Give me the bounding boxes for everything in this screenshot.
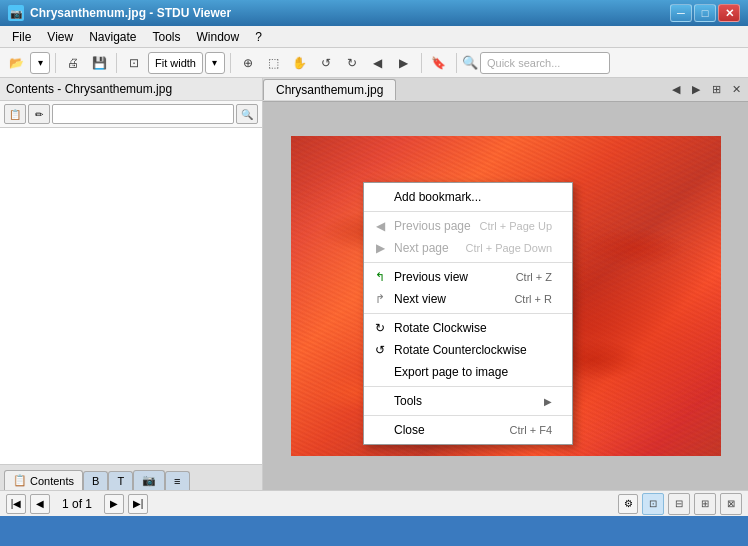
zoom-in-button[interactable]: ⊕ [236, 51, 260, 75]
rotate-cw-icon: ↻ [372, 320, 388, 336]
tab-extra[interactable]: ≡ [165, 471, 189, 490]
window-controls: ─ □ ✕ [670, 4, 740, 22]
doc-tab-controls: ◀ ▶ ⊞ ✕ [668, 82, 748, 98]
ctx-close[interactable]: Close Ctrl + F4 [364, 419, 572, 441]
main-toolbar: 📂 ▾ 🖨 💾 ⊡ Fit width ▾ ⊕ ⬚ ✋ ↺ ↻ ◀ ▶ 🔖 🔍 … [0, 48, 748, 78]
open-button[interactable]: 📂 [4, 51, 28, 75]
search-icon: 🔍 [462, 55, 478, 70]
document-content: Add bookmark... ◀ Previous page Ctrl + P… [263, 102, 748, 490]
menu-view[interactable]: View [39, 28, 81, 46]
rotate-ccw-icon: ↺ [372, 342, 388, 358]
main-area: Contents - Chrysanthemum.jpg 📋 ✏ 🔍 📋 Con… [0, 78, 748, 490]
tab-images[interactable]: 📷 [133, 470, 165, 490]
tab-thumbnails[interactable]: T [108, 471, 133, 490]
sidebar-search-btn[interactable]: 🔍 [236, 104, 258, 124]
tab-contents[interactable]: 📋 Contents [4, 470, 83, 490]
ctx-add-bookmark[interactable]: Add bookmark... [364, 186, 572, 208]
doc-tab-bar: Chrysanthemum.jpg ◀ ▶ ⊞ ✕ [263, 78, 748, 102]
prev-view-icon: ↰ [372, 269, 388, 285]
submenu-arrow: ▶ [544, 396, 552, 407]
menu-tools[interactable]: Tools [145, 28, 189, 46]
prev-tab-button[interactable]: ◀ [668, 82, 684, 98]
ctx-rotate-ccw[interactable]: ↺ Rotate Counterclockwise [364, 339, 572, 361]
next-view-icon: ↱ [372, 291, 388, 307]
prev-page-nav-button[interactable]: ◀ [30, 494, 50, 514]
sidebar: Contents - Chrysanthemum.jpg 📋 ✏ 🔍 📋 Con… [0, 78, 263, 490]
rotate-left-button[interactable]: ↺ [314, 51, 338, 75]
rotate-right-button[interactable]: ↻ [340, 51, 364, 75]
nav-next-button[interactable]: ▶ [392, 51, 416, 75]
save-button[interactable]: 💾 [87, 51, 111, 75]
context-menu: Add bookmark... ◀ Previous page Ctrl + P… [363, 182, 573, 445]
nav-view-facing[interactable]: ⊞ [694, 493, 716, 515]
sidebar-content [0, 128, 262, 464]
sidebar-search-input[interactable] [52, 104, 234, 124]
title-bar: 📷 Chrysanthemum.jpg - STDU Viewer ─ □ ✕ [0, 0, 748, 26]
sidebar-toolbar: 📋 ✏ 🔍 [0, 101, 262, 128]
ctx-sep-5 [364, 415, 572, 416]
menu-help[interactable]: ? [247, 28, 270, 46]
navigation-bar: |◀ ◀ 1 of 1 ▶ ▶| ⚙ ⊡ ⊟ ⊞ ⊠ [0, 490, 748, 516]
toolbar-sep-1 [55, 53, 56, 73]
fit-page-button[interactable]: ⊡ [122, 51, 146, 75]
pan-tool-button[interactable]: ✋ [288, 51, 312, 75]
ctx-tools[interactable]: Tools ▶ [364, 390, 572, 412]
fit-width-selector[interactable]: Fit width [148, 52, 203, 74]
ctx-rotate-cw[interactable]: ↻ Rotate Clockwise [364, 317, 572, 339]
menu-navigate[interactable]: Navigate [81, 28, 144, 46]
prev-page-icon: ◀ [372, 218, 388, 234]
doc-tab-chrysanthemum[interactable]: Chrysanthemum.jpg [263, 79, 396, 100]
toolbar-sep-3 [230, 53, 231, 73]
nav-view-spread[interactable]: ⊠ [720, 493, 742, 515]
close-tab-button[interactable]: ✕ [728, 82, 744, 98]
app-icon: 📷 [8, 5, 24, 21]
nav-prev-button[interactable]: ◀ [366, 51, 390, 75]
open-dropdown[interactable]: ▾ [30, 52, 50, 74]
ctx-sep-1 [364, 211, 572, 212]
window-title: Chrysanthemum.jpg - STDU Viewer [30, 6, 670, 20]
ctx-prev-view[interactable]: ↰ Previous view Ctrl + Z [364, 266, 572, 288]
sidebar-btn-2[interactable]: ✏ [28, 104, 50, 124]
menu-window[interactable]: Window [189, 28, 248, 46]
fit-dropdown[interactable]: ▾ [205, 52, 225, 74]
page-info: 1 of 1 [54, 497, 100, 511]
document-area: Chrysanthemum.jpg ◀ ▶ ⊞ ✕ Add bookmark..… [263, 78, 748, 490]
quick-search-input[interactable]: Quick search... [480, 52, 610, 74]
nav-right-controls: ⚙ ⊡ ⊟ ⊞ ⊠ [618, 493, 742, 515]
toolbar-sep-2 [116, 53, 117, 73]
ctx-sep-2 [364, 262, 572, 263]
ctx-next-page[interactable]: ▶ Next page Ctrl + Page Down [364, 237, 572, 259]
close-button[interactable]: ✕ [718, 4, 740, 22]
sidebar-btn-1[interactable]: 📋 [4, 104, 26, 124]
tab-bookmarks[interactable]: B [83, 471, 108, 490]
contents-icon: 📋 [13, 474, 27, 487]
toolbar-sep-4 [421, 53, 422, 73]
sidebar-header: Contents - Chrysanthemum.jpg [0, 78, 262, 101]
tab-menu-button[interactable]: ⊞ [708, 82, 724, 98]
menu-bar: File View Navigate Tools Window ? [0, 26, 748, 48]
ctx-sep-4 [364, 386, 572, 387]
sidebar-tabs: 📋 Contents B T 📷 ≡ [0, 464, 262, 490]
ctx-sep-3 [364, 313, 572, 314]
print-button[interactable]: 🖨 [61, 51, 85, 75]
bookmark-button[interactable]: 🔖 [427, 51, 451, 75]
nav-view-single[interactable]: ⊡ [642, 493, 664, 515]
toolbar-sep-5 [456, 53, 457, 73]
maximize-button[interactable]: □ [694, 4, 716, 22]
next-page-nav-button[interactable]: ▶ [104, 494, 124, 514]
first-page-button[interactable]: |◀ [6, 494, 26, 514]
images-icon: 📷 [142, 474, 156, 487]
ctx-export[interactable]: Export page to image [364, 361, 572, 383]
last-page-button[interactable]: ▶| [128, 494, 148, 514]
next-tab-button[interactable]: ▶ [688, 82, 704, 98]
minimize-button[interactable]: ─ [670, 4, 692, 22]
select-tool-button[interactable]: ⬚ [262, 51, 286, 75]
ctx-next-view[interactable]: ↱ Next view Ctrl + R [364, 288, 572, 310]
nav-view-continuous[interactable]: ⊟ [668, 493, 690, 515]
next-page-icon: ▶ [372, 240, 388, 256]
menu-file[interactable]: File [4, 28, 39, 46]
ctx-prev-page[interactable]: ◀ Previous page Ctrl + Page Up [364, 215, 572, 237]
nav-tool-1[interactable]: ⚙ [618, 494, 638, 514]
